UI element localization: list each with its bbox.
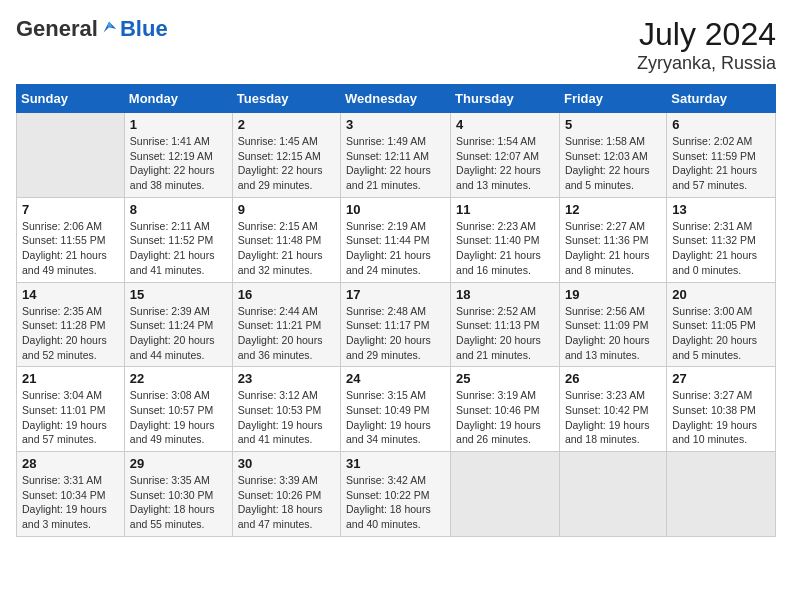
calendar-week-row: 21Sunrise: 3:04 AMSunset: 11:01 PMDaylig… bbox=[17, 367, 776, 452]
day-info: Sunrise: 3:08 AMSunset: 10:57 PMDaylight… bbox=[130, 388, 227, 447]
day-info: Sunrise: 2:11 AMSunset: 11:52 PMDaylight… bbox=[130, 219, 227, 278]
calendar-cell: 18Sunrise: 2:52 AMSunset: 11:13 PMDaylig… bbox=[451, 282, 560, 367]
day-number: 1 bbox=[130, 117, 227, 132]
day-info: Sunrise: 2:31 AMSunset: 11:32 PMDaylight… bbox=[672, 219, 770, 278]
calendar-cell: 31Sunrise: 3:42 AMSunset: 10:22 PMDaylig… bbox=[341, 452, 451, 537]
calendar-cell: 17Sunrise: 2:48 AMSunset: 11:17 PMDaylig… bbox=[341, 282, 451, 367]
day-number: 12 bbox=[565, 202, 661, 217]
day-number: 20 bbox=[672, 287, 770, 302]
calendar-cell: 4Sunrise: 1:54 AMSunset: 12:07 AMDayligh… bbox=[451, 113, 560, 198]
calendar-cell bbox=[559, 452, 666, 537]
day-info: Sunrise: 3:19 AMSunset: 10:46 PMDaylight… bbox=[456, 388, 554, 447]
header: General Blue July 2024 Zyryanka, Russia bbox=[16, 16, 776, 74]
day-number: 9 bbox=[238, 202, 335, 217]
day-info: Sunrise: 3:23 AMSunset: 10:42 PMDaylight… bbox=[565, 388, 661, 447]
day-number: 2 bbox=[238, 117, 335, 132]
calendar-cell bbox=[17, 113, 125, 198]
month-title: July 2024 bbox=[637, 16, 776, 53]
calendar-cell: 2Sunrise: 1:45 AMSunset: 12:15 AMDayligh… bbox=[232, 113, 340, 198]
day-number: 21 bbox=[22, 371, 119, 386]
calendar-week-row: 1Sunrise: 1:41 AMSunset: 12:19 AMDayligh… bbox=[17, 113, 776, 198]
day-info: Sunrise: 3:00 AMSunset: 11:05 PMDaylight… bbox=[672, 304, 770, 363]
calendar-cell: 21Sunrise: 3:04 AMSunset: 11:01 PMDaylig… bbox=[17, 367, 125, 452]
calendar-cell: 16Sunrise: 2:44 AMSunset: 11:21 PMDaylig… bbox=[232, 282, 340, 367]
calendar-week-row: 28Sunrise: 3:31 AMSunset: 10:34 PMDaylig… bbox=[17, 452, 776, 537]
calendar-cell: 30Sunrise: 3:39 AMSunset: 10:26 PMDaylig… bbox=[232, 452, 340, 537]
day-info: Sunrise: 2:06 AMSunset: 11:55 PMDaylight… bbox=[22, 219, 119, 278]
day-info: Sunrise: 3:42 AMSunset: 10:22 PMDaylight… bbox=[346, 473, 445, 532]
day-number: 23 bbox=[238, 371, 335, 386]
day-number: 18 bbox=[456, 287, 554, 302]
svg-marker-1 bbox=[107, 22, 112, 27]
day-info: Sunrise: 1:45 AMSunset: 12:15 AMDaylight… bbox=[238, 134, 335, 193]
calendar-cell: 7Sunrise: 2:06 AMSunset: 11:55 PMDayligh… bbox=[17, 197, 125, 282]
day-info: Sunrise: 1:54 AMSunset: 12:07 AMDaylight… bbox=[456, 134, 554, 193]
title-block: July 2024 Zyryanka, Russia bbox=[637, 16, 776, 74]
day-info: Sunrise: 2:44 AMSunset: 11:21 PMDaylight… bbox=[238, 304, 335, 363]
day-info: Sunrise: 3:15 AMSunset: 10:49 PMDaylight… bbox=[346, 388, 445, 447]
day-number: 7 bbox=[22, 202, 119, 217]
calendar-cell: 9Sunrise: 2:15 AMSunset: 11:48 PMDayligh… bbox=[232, 197, 340, 282]
day-number: 15 bbox=[130, 287, 227, 302]
calendar-cell: 15Sunrise: 2:39 AMSunset: 11:24 PMDaylig… bbox=[124, 282, 232, 367]
day-number: 14 bbox=[22, 287, 119, 302]
calendar-cell: 20Sunrise: 3:00 AMSunset: 11:05 PMDaylig… bbox=[667, 282, 776, 367]
calendar-cell: 8Sunrise: 2:11 AMSunset: 11:52 PMDayligh… bbox=[124, 197, 232, 282]
calendar-cell bbox=[451, 452, 560, 537]
day-number: 25 bbox=[456, 371, 554, 386]
calendar-cell: 28Sunrise: 3:31 AMSunset: 10:34 PMDaylig… bbox=[17, 452, 125, 537]
calendar-cell bbox=[667, 452, 776, 537]
location-title: Zyryanka, Russia bbox=[637, 53, 776, 74]
day-info: Sunrise: 2:19 AMSunset: 11:44 PMDaylight… bbox=[346, 219, 445, 278]
day-number: 26 bbox=[565, 371, 661, 386]
day-info: Sunrise: 2:35 AMSunset: 11:28 PMDaylight… bbox=[22, 304, 119, 363]
day-info: Sunrise: 2:48 AMSunset: 11:17 PMDaylight… bbox=[346, 304, 445, 363]
logo: General Blue bbox=[16, 16, 168, 42]
day-info: Sunrise: 2:23 AMSunset: 11:40 PMDaylight… bbox=[456, 219, 554, 278]
calendar-cell: 6Sunrise: 2:02 AMSunset: 11:59 PMDayligh… bbox=[667, 113, 776, 198]
day-number: 4 bbox=[456, 117, 554, 132]
calendar-cell: 29Sunrise: 3:35 AMSunset: 10:30 PMDaylig… bbox=[124, 452, 232, 537]
calendar-cell: 1Sunrise: 1:41 AMSunset: 12:19 AMDayligh… bbox=[124, 113, 232, 198]
day-info: Sunrise: 1:58 AMSunset: 12:03 AMDaylight… bbox=[565, 134, 661, 193]
calendar-cell: 27Sunrise: 3:27 AMSunset: 10:38 PMDaylig… bbox=[667, 367, 776, 452]
calendar-cell: 10Sunrise: 2:19 AMSunset: 11:44 PMDaylig… bbox=[341, 197, 451, 282]
day-info: Sunrise: 3:39 AMSunset: 10:26 PMDaylight… bbox=[238, 473, 335, 532]
day-number: 16 bbox=[238, 287, 335, 302]
logo-general-text: General bbox=[16, 16, 98, 42]
day-info: Sunrise: 3:27 AMSunset: 10:38 PMDaylight… bbox=[672, 388, 770, 447]
calendar-week-row: 14Sunrise: 2:35 AMSunset: 11:28 PMDaylig… bbox=[17, 282, 776, 367]
logo-blue-text: Blue bbox=[120, 16, 168, 42]
day-number: 29 bbox=[130, 456, 227, 471]
day-number: 19 bbox=[565, 287, 661, 302]
day-info: Sunrise: 1:41 AMSunset: 12:19 AMDaylight… bbox=[130, 134, 227, 193]
weekday-header-thursday: Thursday bbox=[451, 85, 560, 113]
calendar-cell: 12Sunrise: 2:27 AMSunset: 11:36 PMDaylig… bbox=[559, 197, 666, 282]
calendar-week-row: 7Sunrise: 2:06 AMSunset: 11:55 PMDayligh… bbox=[17, 197, 776, 282]
day-info: Sunrise: 2:27 AMSunset: 11:36 PMDaylight… bbox=[565, 219, 661, 278]
calendar-cell: 3Sunrise: 1:49 AMSunset: 12:11 AMDayligh… bbox=[341, 113, 451, 198]
weekday-header-sunday: Sunday bbox=[17, 85, 125, 113]
day-info: Sunrise: 3:12 AMSunset: 10:53 PMDaylight… bbox=[238, 388, 335, 447]
day-number: 8 bbox=[130, 202, 227, 217]
day-number: 22 bbox=[130, 371, 227, 386]
calendar-cell: 25Sunrise: 3:19 AMSunset: 10:46 PMDaylig… bbox=[451, 367, 560, 452]
day-number: 31 bbox=[346, 456, 445, 471]
day-info: Sunrise: 2:56 AMSunset: 11:09 PMDaylight… bbox=[565, 304, 661, 363]
day-number: 11 bbox=[456, 202, 554, 217]
calendar-cell: 24Sunrise: 3:15 AMSunset: 10:49 PMDaylig… bbox=[341, 367, 451, 452]
calendar-cell: 11Sunrise: 2:23 AMSunset: 11:40 PMDaylig… bbox=[451, 197, 560, 282]
day-info: Sunrise: 3:04 AMSunset: 11:01 PMDaylight… bbox=[22, 388, 119, 447]
weekday-header-wednesday: Wednesday bbox=[341, 85, 451, 113]
day-number: 28 bbox=[22, 456, 119, 471]
day-info: Sunrise: 3:35 AMSunset: 10:30 PMDaylight… bbox=[130, 473, 227, 532]
weekday-header-row: SundayMondayTuesdayWednesdayThursdayFrid… bbox=[17, 85, 776, 113]
day-info: Sunrise: 1:49 AMSunset: 12:11 AMDaylight… bbox=[346, 134, 445, 193]
day-info: Sunrise: 3:31 AMSunset: 10:34 PMDaylight… bbox=[22, 473, 119, 532]
calendar-cell: 23Sunrise: 3:12 AMSunset: 10:53 PMDaylig… bbox=[232, 367, 340, 452]
day-number: 30 bbox=[238, 456, 335, 471]
weekday-header-tuesday: Tuesday bbox=[232, 85, 340, 113]
day-number: 17 bbox=[346, 287, 445, 302]
calendar-cell: 14Sunrise: 2:35 AMSunset: 11:28 PMDaylig… bbox=[17, 282, 125, 367]
weekday-header-monday: Monday bbox=[124, 85, 232, 113]
